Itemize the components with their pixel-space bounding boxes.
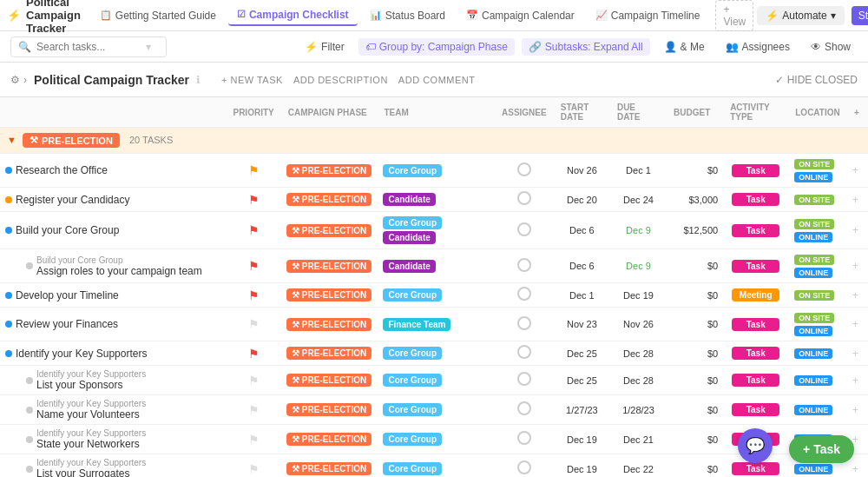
task-name-text[interactable]: Review your Finances bbox=[16, 318, 118, 330]
col-header-activity[interactable]: ACTIVITY TYPE bbox=[723, 97, 788, 128]
add-task-fab[interactable]: + Task bbox=[789, 435, 854, 463]
filter-button[interactable]: ⚡ Filter bbox=[298, 38, 352, 56]
activity-cell-3[interactable]: Task bbox=[723, 249, 788, 283]
start-date-cell-5[interactable]: Nov 23 bbox=[554, 308, 610, 341]
due-date-cell-5[interactable]: Nov 26 bbox=[610, 308, 667, 341]
start-date-cell-2[interactable]: Dec 6 bbox=[554, 212, 610, 249]
assignee-cell-4[interactable] bbox=[495, 283, 554, 308]
task-name-text[interactable]: Build your Core GroupAssign roles to you… bbox=[36, 255, 202, 277]
col-header-budget[interactable]: BUDGET bbox=[667, 97, 723, 128]
new-task-button[interactable]: + NEW TASK bbox=[221, 75, 283, 85]
due-date-cell-1[interactable]: Dec 24 bbox=[610, 188, 667, 212]
start-date-cell-6[interactable]: Dec 25 bbox=[554, 341, 610, 366]
priority-cell-5[interactable]: ⚑ bbox=[226, 308, 280, 341]
assignees-button[interactable]: 👥 Assignees bbox=[719, 38, 797, 56]
team-cell-6[interactable]: Core Group bbox=[377, 341, 495, 366]
task-status-dot[interactable] bbox=[26, 436, 33, 443]
row-add-icon[interactable]: + bbox=[852, 224, 858, 236]
task-status-dot[interactable] bbox=[5, 196, 12, 203]
assignee-cell-8[interactable] bbox=[495, 395, 554, 425]
due-date-cell-0[interactable]: Dec 1 bbox=[610, 154, 667, 188]
task-status-dot[interactable] bbox=[5, 321, 12, 328]
priority-cell-9[interactable]: ⚑ bbox=[226, 425, 280, 454]
row-add-cell-1[interactable]: + bbox=[847, 188, 868, 212]
team-cell-4[interactable]: Core Group bbox=[377, 283, 495, 308]
priority-cell-1[interactable]: ⚑ bbox=[226, 188, 280, 212]
task-name-text[interactable]: Identify your Key SupportersName your Vo… bbox=[36, 399, 146, 421]
phase-cell-0[interactable]: ⚒ PRE-ELECTION bbox=[281, 154, 378, 188]
due-date-cell-6[interactable]: Dec 28 bbox=[610, 341, 667, 366]
activity-cell-5[interactable]: Task bbox=[723, 308, 788, 341]
task-name-text[interactable]: Identify your Key SupportersList your Su… bbox=[36, 458, 146, 477]
row-add-icon[interactable]: + bbox=[852, 348, 858, 360]
activity-cell-4[interactable]: Meeting bbox=[723, 283, 788, 308]
phase-cell-6[interactable]: ⚒ PRE-ELECTION bbox=[281, 341, 378, 366]
add-description-button[interactable]: ADD DESCRIPTION bbox=[293, 75, 388, 85]
row-add-cell-7[interactable]: + bbox=[847, 366, 868, 395]
search-box[interactable]: 🔍 ▾ bbox=[10, 36, 167, 57]
col-header-priority[interactable]: PRIORITY bbox=[226, 97, 280, 128]
row-add-icon[interactable]: + bbox=[852, 194, 858, 206]
chat-fab[interactable]: 💬 bbox=[738, 428, 773, 463]
row-add-icon[interactable]: + bbox=[852, 374, 858, 387]
task-status-dot[interactable] bbox=[5, 167, 12, 174]
row-add-cell-0[interactable]: + bbox=[847, 154, 868, 188]
team-cell-1[interactable]: Candidate bbox=[377, 188, 495, 212]
team-cell-7[interactable]: Core Group bbox=[377, 366, 495, 395]
col-header-due[interactable]: DUE DATE bbox=[610, 97, 667, 128]
me-button[interactable]: 👤 & Me bbox=[657, 38, 712, 56]
automate-button[interactable]: ⚡ Automate ▾ bbox=[757, 6, 844, 25]
task-status-dot[interactable] bbox=[26, 377, 33, 384]
phase-cell-10[interactable]: ⚒ PRE-ELECTION bbox=[281, 454, 378, 478]
row-add-icon[interactable]: + bbox=[852, 164, 858, 176]
assignee-cell-6[interactable] bbox=[495, 341, 554, 366]
start-date-cell-4[interactable]: Dec 1 bbox=[554, 283, 610, 308]
task-name-text[interactable]: Identify your Key SupportersList your Sp… bbox=[36, 369, 146, 391]
assignee-cell-0[interactable] bbox=[495, 154, 554, 188]
due-date-cell-8[interactable]: 1/28/23 bbox=[610, 395, 667, 425]
start-date-cell-3[interactable]: Dec 6 bbox=[554, 249, 610, 283]
assignee-cell-1[interactable] bbox=[495, 188, 554, 212]
show-button[interactable]: 👁 Show bbox=[804, 38, 858, 56]
row-add-cell-5[interactable]: + bbox=[847, 308, 868, 341]
phase-cell-8[interactable]: ⚒ PRE-ELECTION bbox=[281, 395, 378, 425]
due-date-cell-7[interactable]: Dec 28 bbox=[610, 366, 667, 395]
priority-cell-3[interactable]: ⚑ bbox=[226, 249, 280, 283]
priority-cell-10[interactable]: ⚑ bbox=[226, 454, 280, 478]
tab-campaign-calendar[interactable]: 📅 Campaign Calendar bbox=[457, 6, 583, 25]
activity-cell-7[interactable]: Task bbox=[723, 366, 788, 395]
activity-cell-6[interactable]: Task bbox=[723, 341, 788, 366]
start-date-cell-1[interactable]: Dec 20 bbox=[554, 188, 610, 212]
tab-status-board[interactable]: 📊 Status Board bbox=[361, 6, 454, 25]
priority-cell-8[interactable]: ⚑ bbox=[226, 395, 280, 425]
hide-closed-button[interactable]: ✓ HIDE CLOSED bbox=[775, 74, 858, 86]
team-cell-9[interactable]: Core Group bbox=[377, 425, 495, 454]
row-add-icon[interactable]: + bbox=[852, 289, 858, 301]
row-add-icon[interactable]: + bbox=[852, 404, 858, 416]
team-cell-2[interactable]: Core GroupCandidate bbox=[377, 212, 495, 249]
start-date-cell-9[interactable]: Dec 19 bbox=[554, 425, 610, 454]
due-date-cell-4[interactable]: Dec 19 bbox=[610, 283, 667, 308]
col-header-phase[interactable]: CAMPAIGN PHASE bbox=[281, 97, 378, 128]
activity-cell-8[interactable]: Task bbox=[723, 395, 788, 425]
task-name-text[interactable]: Identify your Key Supporters bbox=[16, 348, 147, 360]
due-date-cell-3[interactable]: Dec 9 bbox=[610, 249, 667, 283]
assignee-cell-3[interactable] bbox=[495, 249, 554, 283]
row-add-icon[interactable]: + bbox=[852, 318, 858, 330]
team-cell-8[interactable]: Core Group bbox=[377, 395, 495, 425]
row-add-icon[interactable]: + bbox=[852, 463, 858, 475]
tab-getting-started[interactable]: 📋 Getting Started Guide bbox=[91, 6, 225, 25]
task-name-text[interactable]: Register your Candidacy bbox=[16, 194, 129, 206]
task-status-dot[interactable] bbox=[5, 227, 12, 234]
tab-campaign-timeline[interactable]: 📈 Campaign Timeline bbox=[587, 6, 709, 25]
activity-cell-1[interactable]: Task bbox=[723, 188, 788, 212]
assignee-cell-9[interactable] bbox=[495, 425, 554, 454]
task-name-text[interactable]: Develop your Timeline bbox=[16, 289, 119, 301]
team-cell-10[interactable]: Core Group bbox=[377, 454, 495, 478]
assignee-cell-2[interactable] bbox=[495, 212, 554, 249]
task-name-text[interactable]: Build your Core Group bbox=[16, 224, 119, 236]
priority-cell-6[interactable]: ⚑ bbox=[226, 341, 280, 366]
task-status-dot[interactable] bbox=[26, 466, 33, 473]
row-add-cell-4[interactable]: + bbox=[847, 283, 868, 308]
start-date-cell-7[interactable]: Dec 25 bbox=[554, 366, 610, 395]
